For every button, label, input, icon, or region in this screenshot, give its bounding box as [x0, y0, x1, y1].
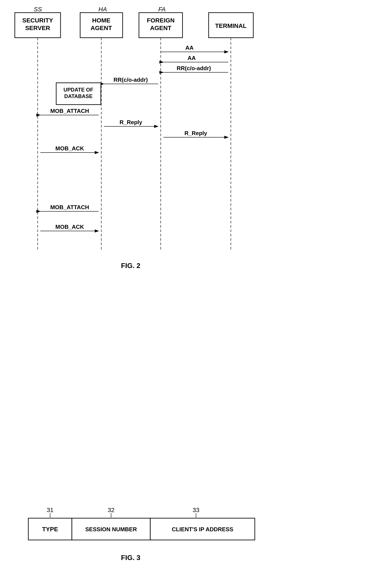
update-db-label1: UPDATE OF [64, 87, 93, 93]
diagram-container: SS HA FA SECURITY SERVER HOME AGENT FORE… [0, 0, 392, 572]
field-number-31: 31 [47, 507, 53, 513]
field-number-32: 32 [107, 507, 114, 513]
field-number-33: 33 [193, 507, 199, 513]
main-svg: SS HA FA SECURITY SERVER HOME AGENT FORE… [0, 0, 392, 572]
foreign-agent-label2: AGENT [150, 25, 171, 31]
ss-label: SS [34, 6, 42, 13]
rr-fa-terminal-label: RR(c/o-addr) [177, 65, 211, 71]
mob-ack1-label: MOB_ACK [55, 145, 84, 152]
fig2-label: FIG. 2 [121, 262, 140, 270]
session-number-label: SESSION NUMBER [85, 526, 137, 533]
foreign-agent-label1: FOREIGN [147, 17, 175, 24]
terminal-label: TERMINAL [215, 22, 247, 29]
type-label: TYPE [42, 526, 58, 533]
aa1-label: AA [185, 45, 194, 51]
update-db-label2: DATABASE [64, 93, 92, 99]
mob-ack2-label: MOB_ACK [55, 223, 84, 230]
fa-label: FA [158, 6, 166, 13]
aa2-label: AA [187, 55, 196, 61]
mob-attach1-label: MOB_ATTACH [50, 108, 89, 114]
ha-label: HA [98, 6, 107, 13]
r-reply2-label: R_Reply [184, 130, 207, 136]
r-reply1-label: R_Reply [120, 119, 142, 126]
security-server-label1: SECURITY [22, 17, 53, 24]
clients-ip-label: CLIENT'S IP ADDRESS [172, 526, 233, 533]
mob-attach2-label: MOB_ATTACH [50, 204, 89, 210]
security-server-label2: SERVER [25, 25, 50, 31]
rr-ha-fa-label: RR(c/o-addr) [113, 77, 148, 83]
home-agent-label1: HOME [92, 17, 110, 24]
home-agent-label2: AGENT [90, 25, 112, 31]
fig3-label: FIG. 3 [121, 554, 140, 562]
